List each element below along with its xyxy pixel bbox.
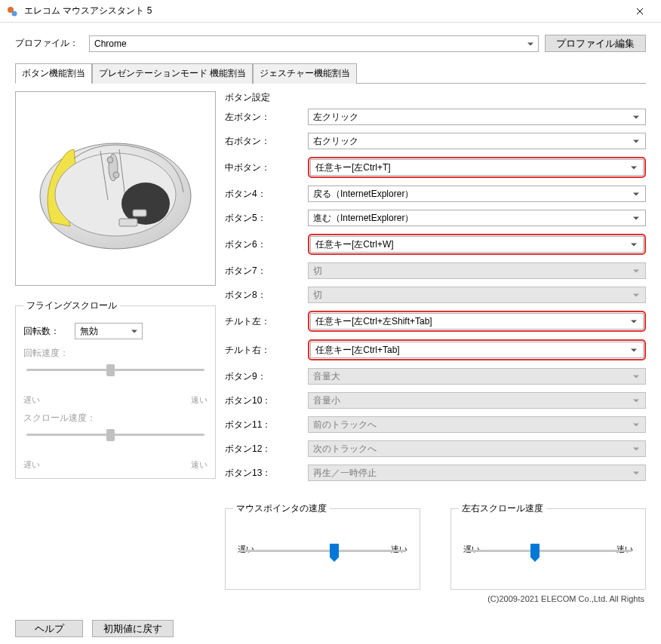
middle-highlight: 任意キー[左Ctrl+T] [308, 157, 646, 178]
button-settings-title: ボタン設定 [225, 91, 646, 104]
close-button[interactable] [625, 0, 655, 23]
middle-button-combo[interactable]: 任意キー[左Ctrl+T] [310, 159, 644, 176]
button9-combo: 音量大 [308, 368, 646, 385]
tab-bar: ボタン機能割当 プレゼンテーションモード 機能割当 ジェスチャー機能割当 [15, 63, 646, 84]
button6-combo[interactable]: 任意キー[左Ctrl+W] [310, 236, 644, 253]
titlebar: エレコム マウスアシスタント 5 [0, 0, 661, 23]
button13-label: ボタン13： [225, 467, 300, 480]
profile-value: Chrome [94, 38, 127, 49]
svg-point-5 [107, 157, 113, 163]
flying-scroll-legend: フライングスクロール [23, 299, 120, 312]
svg-rect-8 [119, 219, 137, 226]
button7-combo: 切 [308, 262, 646, 279]
button4-combo[interactable]: 戻る（InternetExplorer） [308, 186, 646, 202]
slow-label: 遅い [23, 394, 40, 406]
copyright: (C)2009-2021 ELECOM Co.,Ltd. All Rights [225, 594, 644, 603]
rotation-value: 無効 [80, 325, 98, 338]
hscroll-speed-slider[interactable]: 遅い 速い [459, 544, 638, 581]
svg-rect-9 [133, 210, 146, 216]
tilt-right-combo[interactable]: 任意キー[左Ctrl+Tab] [310, 342, 644, 358]
tab-gesture[interactable]: ジェスチャー機能割当 [253, 63, 357, 84]
rotation-select[interactable]: 無効 [75, 323, 143, 339]
pointer-speed-legend: マウスポインタの速度 [233, 502, 330, 515]
tilt-right-highlight: 任意キー[左Ctrl+Tab] [308, 339, 646, 360]
profile-select[interactable]: Chrome [89, 35, 539, 52]
button10-label: ボタン10： [225, 394, 300, 407]
mouse-image-box [15, 91, 216, 286]
button11-label: ボタン11： [225, 419, 300, 431]
reset-button[interactable]: 初期値に戻す [92, 620, 174, 637]
button11-combo: 前のトラックへ [308, 416, 646, 433]
rotation-speed-label: 回転速度： [23, 347, 208, 360]
help-button[interactable]: ヘルプ [15, 620, 83, 637]
right-button-label: 右ボタン： [225, 135, 300, 148]
button9-label: ボタン9： [225, 370, 300, 383]
app-icon [6, 5, 18, 17]
rotation-label: 回転数： [23, 325, 69, 338]
button5-combo[interactable]: 進む（InternetExplorer） [308, 210, 646, 226]
svg-point-1 [12, 11, 17, 16]
button6-label: ボタン6： [225, 238, 300, 251]
tilt-right-label: チルト右： [225, 344, 300, 357]
scroll-speed-slider [23, 428, 208, 443]
button7-label: ボタン7： [225, 265, 300, 278]
button6-highlight: 任意キー[左Ctrl+W] [308, 234, 646, 255]
fast-label: 速い [191, 394, 208, 406]
tilt-left-combo[interactable]: 任意キー[左Ctrl+左Shift+Tab] [310, 313, 644, 330]
button8-combo: 切 [308, 287, 646, 303]
middle-button-label: 中ボタン： [225, 161, 300, 174]
scroll-speed-label: スクロール速度： [23, 412, 208, 425]
tilt-left-highlight: 任意キー[左Ctrl+左Shift+Tab] [308, 311, 646, 332]
mouse-illustration [29, 113, 202, 264]
flying-scroll-group: フライングスクロール 回転数： 無効 回転速度： 遅い 速い スクロール速度： [15, 299, 216, 479]
slow-label-2: 遅い [23, 459, 40, 471]
button10-combo: 音量小 [308, 392, 646, 409]
fast-label-2: 速い [191, 459, 208, 471]
pointer-speed-group: マウスポインタの速度 遅い 速い [225, 502, 420, 590]
right-button-combo[interactable]: 右クリック [308, 133, 646, 149]
button12-label: ボタン12： [225, 443, 300, 455]
window-title: エレコム マウスアシスタント 5 [24, 5, 625, 17]
button13-combo: 再生／一時停止 [308, 465, 646, 481]
profile-label: プロファイル： [15, 37, 83, 50]
button4-label: ボタン4： [225, 188, 300, 201]
svg-point-6 [113, 172, 119, 178]
left-button-label: 左ボタン： [225, 111, 300, 124]
rotation-speed-slider [23, 363, 208, 378]
button8-label: ボタン8： [225, 289, 300, 302]
pointer-speed-slider[interactable]: 遅い 速い [233, 544, 412, 581]
button5-label: ボタン5： [225, 212, 300, 225]
left-button-combo[interactable]: 左クリック [308, 109, 646, 125]
hscroll-speed-group: 左右スクロール速度 遅い 速い [450, 502, 646, 590]
tab-button-assign[interactable]: ボタン機能割当 [15, 63, 92, 84]
profile-edit-button[interactable]: プロファイル編集 [545, 35, 646, 52]
hscroll-speed-legend: 左右スクロール速度 [459, 502, 546, 515]
tilt-left-label: チルト左： [225, 315, 300, 328]
button12-combo: 次のトラックへ [308, 440, 646, 457]
tab-presentation[interactable]: プレゼンテーションモード 機能割当 [92, 63, 253, 84]
